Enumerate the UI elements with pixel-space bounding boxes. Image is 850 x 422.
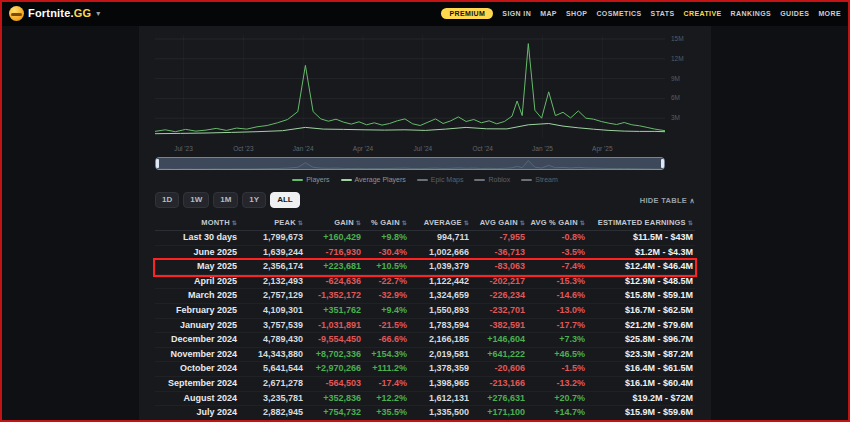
cell-gain: -9,554,450 [305, 333, 363, 347]
sort-icon: ⇅ [688, 220, 693, 226]
chart-legend: PlayersAverage PlayersEpic MapsRobloxStr… [155, 174, 695, 185]
table-row-january-2025[interactable]: January 20253,757,539-1,031,891-21.5%1,7… [155, 319, 695, 334]
cell-gain: +9.4% [363, 304, 409, 318]
cell-average: 1,398,965 [409, 377, 471, 391]
table-body: Last 30 days1,799,673+160,429+9.8%994,71… [155, 231, 695, 422]
cell-gain: +8,702,336 [305, 348, 363, 362]
cell-peak: 1,639,244 [239, 246, 305, 260]
cell-gain: +9.8% [363, 231, 409, 245]
nav-item-stats[interactable]: STATS [651, 10, 675, 17]
range-button-1d[interactable]: 1D [155, 192, 179, 208]
navigator-left-handle[interactable] [156, 159, 159, 168]
cell-avg-gain: +7.3% [527, 333, 587, 347]
column-header-gain[interactable]: % GAIN⇅ [363, 218, 409, 227]
cell-gain: +160,429 [305, 231, 363, 245]
range-button-all[interactable]: ALL [270, 192, 300, 208]
column-header-month[interactable]: MONTH⇅ [155, 218, 239, 227]
cell-gain: +351,762 [305, 304, 363, 318]
main-content: 3M6M9M12M15M Jul '23Oct '23Jan '24Apr '2… [139, 26, 711, 422]
cell-gain: -564,503 [305, 377, 363, 391]
legend-item-epic-maps[interactable]: Epic Maps [417, 176, 464, 183]
column-header-estimated-earnings[interactable]: ESTIMATED EARNINGS⇅ [587, 218, 695, 227]
cell-month: December 2024 [155, 333, 239, 347]
table-row-february-2025[interactable]: February 20254,109,301+351,762+9.4%1,550… [155, 304, 695, 319]
range-button-1m[interactable]: 1M [213, 192, 238, 208]
nav-items: MAPSHOPCOSMETICSSTATSCREATIVERANKINGSGUI… [540, 10, 841, 17]
table-row-september-2024[interactable]: September 20242,671,278-564,503-17.4%1,3… [155, 377, 695, 392]
cell-peak: 3,235,781 [239, 392, 305, 406]
legend-item-roblox[interactable]: Roblox [474, 176, 510, 183]
nav-item-creative[interactable]: CREATIVE [684, 10, 722, 17]
nav-item-rankings[interactable]: RANKINGS [731, 10, 772, 17]
table-row-june-2025[interactable]: June 20251,639,244-716,930-30.4%1,002,66… [155, 246, 695, 261]
legend-dash-icon [474, 179, 485, 181]
chart-x-axis: Jul '23Oct '23Jan '24Apr '24Jul '24Oct '… [155, 145, 695, 155]
nav-item-cosmetics[interactable]: COSMETICS [596, 10, 641, 17]
table-row-december-2024[interactable]: December 20244,789,430-9,554,450-66.6%2,… [155, 333, 695, 348]
cell-average: 1,122,442 [409, 275, 471, 289]
cell-month: June 2025 [155, 246, 239, 260]
cell-month: October 2024 [155, 362, 239, 376]
column-header-average[interactable]: AVERAGE⇅ [409, 218, 471, 227]
table-row-last-30-days[interactable]: Last 30 days1,799,673+160,429+9.8%994,71… [155, 231, 695, 246]
legend-dash-icon [521, 179, 532, 181]
brand-name: Fortnite. [28, 7, 74, 19]
svg-text:12M: 12M [671, 55, 684, 62]
sort-icon: ⇅ [232, 220, 237, 226]
column-header-gain[interactable]: GAIN⇅ [305, 218, 363, 227]
nav-item-guides[interactable]: GUIDES [780, 10, 809, 17]
x-tick-label: Oct '23 [233, 145, 253, 152]
column-header-peak[interactable]: PEAK⇅ [239, 218, 305, 227]
column-header-label: GAIN [334, 218, 354, 227]
premium-button[interactable]: PREMIUM [441, 8, 493, 19]
range-button-1w[interactable]: 1W [183, 192, 209, 208]
svg-text:15M: 15M [671, 35, 684, 42]
legend-label: Roblox [488, 176, 510, 183]
cell-avg-gain: -36,713 [471, 246, 527, 260]
sort-icon: ⇅ [356, 220, 361, 226]
chart-navigator[interactable] [155, 157, 665, 170]
range-button-1y[interactable]: 1Y [242, 192, 266, 208]
nav-item-more[interactable]: MORE [818, 10, 841, 17]
cell-peak: 4,789,430 [239, 333, 305, 347]
site-logo[interactable]: Fortnite.GG ▾ [9, 6, 100, 21]
cell-gain: -21.5% [363, 319, 409, 333]
legend-item-stream[interactable]: Stream [521, 176, 558, 183]
column-header-avg-gain[interactable]: AVG % GAIN⇅ [527, 218, 587, 227]
players-chart-svg[interactable]: 3M6M9M12M15M [155, 31, 695, 145]
table-row-july-2024[interactable]: July 20242,882,945+754,732+35.5%1,335,50… [155, 406, 695, 421]
cell-gain: -30.4% [363, 246, 409, 260]
cell-peak: 3,757,539 [239, 319, 305, 333]
nav-item-shop[interactable]: SHOP [566, 10, 587, 17]
cell-gain: -624,636 [305, 275, 363, 289]
column-header-avg-gain[interactable]: AVG GAIN⇅ [471, 218, 527, 227]
table-row-april-2025[interactable]: April 20252,132,493-624,636-22.7%1,122,4… [155, 275, 695, 290]
cell-avg-gain: -202,217 [471, 275, 527, 289]
cell-avg-gain: -13.2% [527, 377, 587, 391]
cell-avg-gain: -213,166 [471, 377, 527, 391]
legend-item-players[interactable]: Players [292, 176, 329, 183]
cell-peak: 2,882,945 [239, 406, 305, 420]
table-row-august-2024[interactable]: August 20243,235,781+352,836+12.2%1,612,… [155, 392, 695, 407]
legend-item-average-players[interactable]: Average Players [341, 176, 406, 183]
cell-avg-gain: -232,701 [471, 304, 527, 318]
navigator-right-handle[interactable] [661, 159, 664, 168]
table-row-november-2024[interactable]: November 202414,343,880+8,702,336+154.3%… [155, 348, 695, 363]
cell-average: 1,378,359 [409, 362, 471, 376]
hide-table-button[interactable]: HIDE TABLE ∧ [640, 196, 695, 205]
cell-month: February 2025 [155, 304, 239, 318]
nav-item-map[interactable]: MAP [540, 10, 557, 17]
navigator-selection[interactable] [155, 157, 665, 170]
cell-avg-gain: -3.5% [527, 246, 587, 260]
cell-avg-gain: +20.7% [527, 392, 587, 406]
table-row-march-2025[interactable]: March 20252,757,129-1,352,172-32.9%1,324… [155, 289, 695, 304]
x-tick-label: Jan '25 [532, 145, 553, 152]
cell-average: 994,711 [409, 231, 471, 245]
table-row-may-2025[interactable]: May 20252,356,174+223,681+10.5%1,039,379… [155, 260, 695, 275]
cell-estimated-earnings: $16.7M - $62.5M [587, 304, 695, 318]
signin-button[interactable]: SIGN IN [502, 10, 531, 17]
x-tick-label: Oct '24 [472, 145, 492, 152]
cell-month: January 2025 [155, 319, 239, 333]
table-row-october-2024[interactable]: October 20245,641,544+2,970,266+111.2%1,… [155, 362, 695, 377]
players-chart: 3M6M9M12M15M Jul '23Oct '23Jan '24Apr '2… [155, 31, 695, 185]
